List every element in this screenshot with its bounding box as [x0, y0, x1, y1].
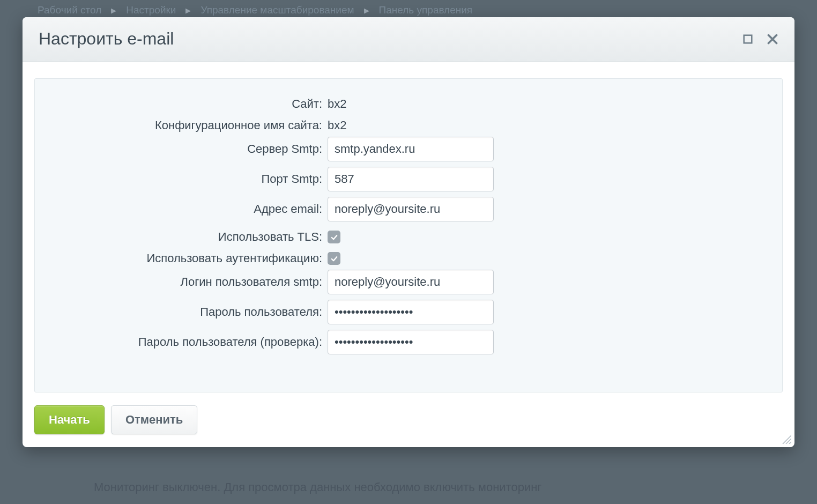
maximize-icon[interactable]: [742, 33, 754, 45]
form-row-site: Сайт: bx2: [49, 94, 768, 114]
chevron-right-icon: ▶: [185, 6, 191, 14]
smtp-server-label: Сервер Smtp:: [49, 142, 328, 156]
modal-header: Настроить e-mail: [23, 17, 794, 62]
form-row-password-confirm: Пароль пользователя (проверка):: [49, 330, 768, 354]
email-input[interactable]: [328, 197, 494, 221]
form-row-login: Логин пользователя smtp:: [49, 270, 768, 294]
close-icon[interactable]: [767, 33, 778, 45]
form-row-password: Пароль пользователя:: [49, 300, 768, 324]
smtp-port-input[interactable]: [328, 167, 494, 191]
site-value: bx2: [328, 97, 346, 111]
breadcrumb-item-panel[interactable]: Панель управления: [379, 4, 473, 16]
cancel-button[interactable]: Отменить: [111, 405, 198, 434]
svg-rect-0: [744, 35, 752, 43]
monitoring-status-text: Мониторинг выключен. Для просмотра данны…: [94, 480, 541, 494]
breadcrumb: Рабочий стол ▶ Настройки ▶ Управление ма…: [38, 4, 472, 16]
form-row-tls: Использовать TLS:: [49, 227, 768, 247]
site-label: Сайт:: [49, 97, 328, 111]
tls-checkbox[interactable]: [328, 231, 340, 243]
password-confirm-input[interactable]: [328, 330, 494, 354]
form-row-email: Адрес email:: [49, 197, 768, 221]
breadcrumb-item-settings[interactable]: Настройки: [126, 4, 176, 16]
form-row-conf: Конфигурационное имя сайта: bx2: [49, 115, 768, 136]
modal-window-actions: [742, 33, 778, 45]
conf-label: Конфигурационное имя сайта:: [49, 118, 328, 132]
modal-footer: Начать Отменить: [23, 405, 794, 447]
form-row-smtp-port: Порт Smtp:: [49, 167, 768, 191]
email-label: Адрес email:: [49, 202, 328, 216]
form-row-auth: Использовать аутентификацию:: [49, 248, 768, 269]
chevron-right-icon: ▶: [111, 6, 116, 14]
modal-title: Настроить e-mail: [39, 29, 174, 49]
resize-grip-icon[interactable]: [781, 433, 791, 444]
login-input[interactable]: [328, 270, 494, 294]
breadcrumb-item-desktop[interactable]: Рабочий стол: [38, 4, 101, 16]
smtp-server-input[interactable]: [328, 137, 494, 161]
password-input[interactable]: [328, 300, 494, 324]
login-label: Логин пользователя smtp:: [49, 275, 328, 289]
auth-label: Использовать аутентификацию:: [49, 251, 328, 265]
chevron-right-icon: ▶: [364, 6, 369, 14]
password-label: Пароль пользователя:: [49, 305, 328, 319]
smtp-port-label: Порт Smtp:: [49, 172, 328, 186]
breadcrumb-item-scaling[interactable]: Управление масштабированием: [200, 4, 354, 16]
tls-label: Использовать TLS:: [49, 230, 328, 244]
email-settings-modal: Настроить e-mail Сайт: bx2 Конфигурацион…: [23, 17, 794, 447]
start-button[interactable]: Начать: [34, 405, 105, 434]
password-confirm-label: Пароль пользователя (проверка):: [49, 335, 328, 349]
form-panel: Сайт: bx2 Конфигурационное имя сайта: bx…: [34, 78, 783, 392]
form-row-smtp-server: Сервер Smtp:: [49, 137, 768, 161]
conf-value: bx2: [328, 118, 346, 132]
modal-body: Сайт: bx2 Конфигурационное имя сайта: bx…: [23, 62, 794, 405]
auth-checkbox[interactable]: [328, 252, 340, 265]
